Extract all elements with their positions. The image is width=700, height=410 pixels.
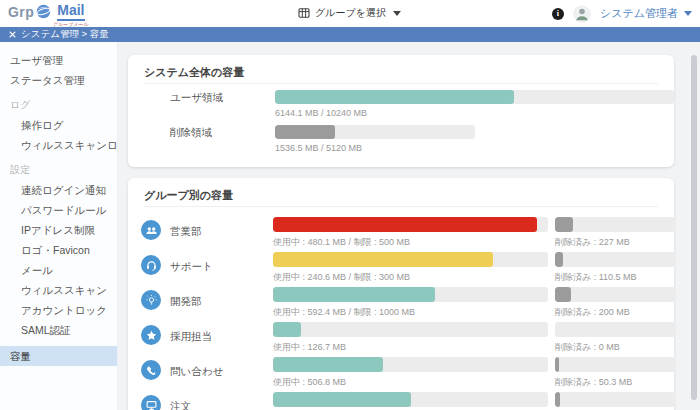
usage-bar-fill bbox=[273, 357, 383, 372]
monitor-icon bbox=[141, 395, 161, 410]
headset-icon bbox=[141, 255, 161, 275]
usage-bar bbox=[273, 322, 548, 337]
system-capacity-title: システム全体の容量 bbox=[144, 65, 244, 80]
usage-bar bbox=[273, 357, 548, 372]
deleted-caption: 削除済み : 110.5 MB bbox=[555, 271, 637, 284]
globe-icon bbox=[35, 3, 52, 20]
sidebar-section-log: ログ bbox=[0, 95, 117, 115]
chevron-down-icon bbox=[684, 11, 692, 16]
group-name: 採用担当 bbox=[170, 330, 212, 344]
tools-icon bbox=[8, 30, 17, 39]
usage-bar-fill bbox=[273, 392, 411, 407]
deleted-area-caption: 1536.5 MB / 5120 MB bbox=[275, 143, 362, 153]
sidebar-item-capacity[interactable]: 容量 bbox=[0, 346, 117, 366]
phone-icon bbox=[141, 360, 161, 380]
top-header: Grp Mail グループメール グループを選択 i システム管理者 bbox=[0, 0, 700, 27]
usage-caption: 使用中 : 240.6 MB / 制限 : 300 MB bbox=[273, 271, 410, 284]
sidebar-item-virus-scan-log[interactable]: ウィルススキャンログ bbox=[0, 135, 117, 155]
group-select-dropdown[interactable]: グループを選択 bbox=[298, 6, 401, 20]
deleted-bar-fill bbox=[555, 392, 560, 407]
star-icon bbox=[141, 325, 161, 345]
deleted-caption: 削除済み : 50.3 MB bbox=[555, 376, 632, 389]
deleted-bar-fill bbox=[555, 217, 573, 232]
deleted-bar-fill bbox=[555, 357, 559, 372]
sidebar-item-ip-restriction[interactable]: IPアドレス制限 bbox=[0, 220, 117, 240]
usage-bar bbox=[273, 217, 548, 232]
sidebar: ユーザ管理 ステータス管理 ログ 操作ログ ウィルススキャンログ 設定 連続ログ… bbox=[0, 42, 118, 410]
usage-bar-fill bbox=[273, 322, 301, 337]
deleted-bar bbox=[555, 287, 675, 302]
account-menu[interactable]: システム管理者 bbox=[600, 6, 692, 21]
deleted-bar bbox=[555, 252, 675, 267]
deleted-area-bar-fill bbox=[275, 125, 335, 139]
avatar[interactable] bbox=[573, 5, 591, 23]
lightbulb-icon bbox=[141, 290, 161, 310]
deleted-area-bar bbox=[275, 125, 475, 139]
divider bbox=[144, 83, 658, 84]
sidebar-section-settings: 設定 bbox=[0, 160, 117, 180]
sidebar-item-virus-scan[interactable]: ウィルススキャン bbox=[0, 280, 117, 300]
usage-bar-fill bbox=[273, 287, 435, 302]
chevron-down-icon bbox=[393, 11, 401, 16]
logo-text-grp: Grp bbox=[8, 3, 34, 21]
usage-bar bbox=[273, 392, 548, 407]
group-name: 開発部 bbox=[170, 295, 202, 309]
logo-text-mail: Mail bbox=[57, 3, 84, 21]
group-capacity-card: グループ別の容量 営業部 使用中 : 480.1 MB / 制限 : 500 M… bbox=[128, 178, 674, 410]
usage-caption: 使用中 : 592.4 MB / 制限 : 1000 MB bbox=[273, 306, 415, 319]
deleted-bar bbox=[555, 217, 675, 232]
user-area-bar-fill bbox=[275, 90, 514, 104]
sidebar-item-mail[interactable]: メール bbox=[0, 260, 117, 280]
deleted-bar bbox=[555, 357, 675, 372]
usage-bar-fill bbox=[273, 217, 537, 232]
group-name: 注文 bbox=[170, 400, 191, 410]
sidebar-item-account-lock[interactable]: アカウントロック bbox=[0, 300, 117, 320]
sidebar-item-status-management[interactable]: ステータス管理 bbox=[0, 70, 117, 90]
sidebar-item-operation-log[interactable]: 操作ログ bbox=[0, 115, 117, 135]
grid-icon bbox=[298, 7, 310, 19]
deleted-caption: 削除済み : 200 MB bbox=[555, 306, 630, 319]
sidebar-item-user-management[interactable]: ユーザ管理 bbox=[0, 50, 117, 70]
user-area-label: ユーザ領域 bbox=[170, 91, 223, 105]
group-capacity-title: グループ別の容量 bbox=[144, 188, 233, 203]
system-capacity-card: システム全体の容量 ユーザ領域 6144.1 MB / 10240 MB 削除領… bbox=[128, 55, 674, 167]
deleted-bar-fill bbox=[555, 287, 571, 302]
usage-caption: 使用中 : 126.7 MB bbox=[273, 341, 346, 354]
usage-bar bbox=[273, 287, 548, 302]
deleted-bar bbox=[555, 392, 675, 407]
sidebar-item-password-rule[interactable]: パスワードルール bbox=[0, 200, 117, 220]
main-content: システム全体の容量 ユーザ領域 6144.1 MB / 10240 MB 削除領… bbox=[118, 42, 700, 410]
group-name: サポート bbox=[170, 260, 213, 274]
usage-caption: 使用中 : 480.1 MB / 制限 : 500 MB bbox=[273, 236, 410, 249]
info-icon[interactable]: i bbox=[552, 8, 564, 20]
usage-bar bbox=[273, 252, 548, 267]
people-icon bbox=[141, 220, 161, 240]
deleted-bar bbox=[555, 322, 675, 337]
app-logo[interactable]: Grp Mail グループメール bbox=[8, 3, 89, 27]
deleted-area-label: 削除領域 bbox=[170, 126, 212, 140]
usage-bar-fill bbox=[273, 252, 493, 267]
deleted-caption: 削除済み : 227 MB bbox=[555, 236, 630, 249]
scrollbar-thumb[interactable] bbox=[691, 55, 697, 400]
group-select-label: グループを選択 bbox=[315, 6, 386, 20]
deleted-caption: 削除済み : 0 MB bbox=[555, 341, 620, 354]
user-area-bar bbox=[275, 90, 674, 104]
breadcrumb-text: システム管理 > 容量 bbox=[21, 28, 109, 41]
divider bbox=[144, 206, 658, 207]
account-name: システム管理者 bbox=[600, 6, 678, 21]
sidebar-item-logo-favicon[interactable]: ロゴ・Favicon bbox=[0, 240, 117, 260]
group-name: 問い合わせ bbox=[170, 365, 223, 379]
group-name: 営業部 bbox=[170, 225, 202, 239]
sidebar-item-saml-auth[interactable]: SAML認証 bbox=[0, 320, 117, 340]
sidebar-item-login-notification[interactable]: 連続ログイン通知 bbox=[0, 180, 117, 200]
usage-caption: 使用中 : 506.8 MB bbox=[273, 376, 346, 389]
deleted-bar-fill bbox=[555, 252, 563, 267]
user-area-caption: 6144.1 MB / 10240 MB bbox=[275, 108, 367, 118]
breadcrumb: システム管理 > 容量 bbox=[0, 27, 700, 42]
